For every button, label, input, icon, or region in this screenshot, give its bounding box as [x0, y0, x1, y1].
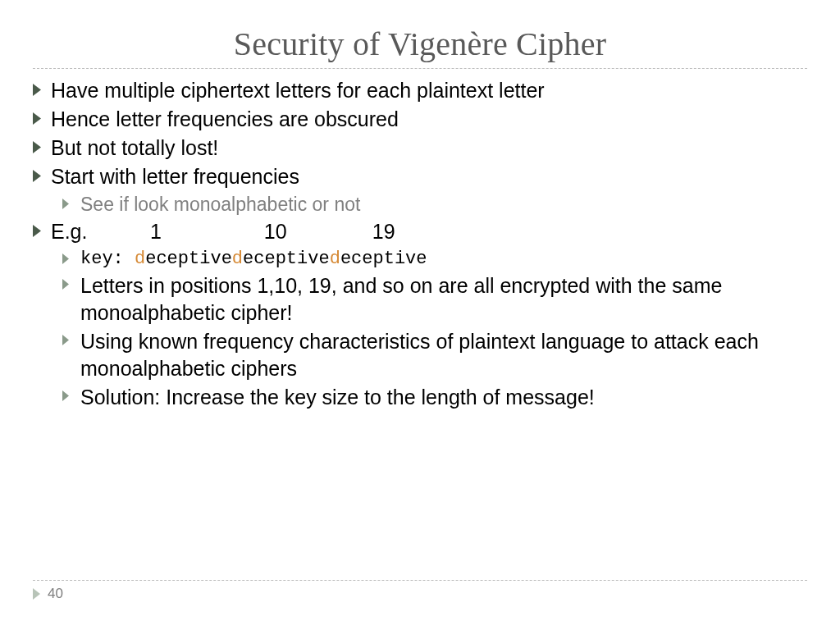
content-area: Have multiple ciphertext letters for eac…	[33, 77, 807, 411]
eg-prefix: E.g.	[51, 220, 87, 243]
divider-top	[33, 68, 807, 69]
divider-bottom	[33, 580, 807, 581]
bullet-text: Hence letter frequencies are obscured	[51, 106, 807, 133]
sub-bullet-item: Solution: Increase the key size to the l…	[62, 384, 807, 411]
sub-bullet-item: key: deceptivedeceptivedeceptive	[62, 247, 807, 271]
bullet-text: Using known frequency characteristics of…	[80, 328, 807, 382]
triangle-right-icon	[33, 77, 51, 96]
bullet-text: But not totally lost!	[51, 135, 807, 162]
bullet-item: Have multiple ciphertext letters for eac…	[33, 77, 807, 104]
sub-bullet-item: See if look monoalphabetic or not	[62, 192, 807, 217]
triangle-right-icon	[33, 588, 48, 600]
footer: 40	[33, 580, 807, 602]
bullet-text: Letters in positions 1,10, 19, and so on…	[80, 272, 807, 326]
eg-num-1: 1	[150, 220, 162, 243]
eg-num-10: 10	[264, 220, 287, 243]
triangle-right-icon	[62, 192, 80, 209]
sub-bullet-item: Letters in positions 1,10, 19, and so on…	[62, 272, 807, 326]
bullet-item: But not totally lost!	[33, 135, 807, 162]
bullet-item: Start with letter frequencies	[33, 163, 807, 190]
key-line: key: deceptivedeceptivedeceptive	[80, 247, 807, 271]
bullet-text: See if look monoalphabetic or not	[80, 192, 807, 217]
key-d-3: d	[330, 249, 340, 269]
key-seg-3: eceptive	[340, 249, 427, 269]
slide-title: Security of Vigenère Cipher	[33, 25, 807, 63]
triangle-right-icon	[62, 247, 80, 264]
triangle-right-icon	[33, 106, 51, 125]
key-d-1: d	[135, 249, 145, 269]
eg-num-19: 19	[372, 220, 395, 243]
bullet-text: Solution: Increase the key size to the l…	[80, 384, 807, 411]
triangle-right-icon	[33, 218, 51, 237]
triangle-right-icon	[33, 163, 51, 182]
key-seg-1: eceptive	[145, 249, 232, 269]
triangle-right-icon	[62, 272, 80, 290]
triangle-right-icon	[62, 328, 80, 345]
slide: Security of Vigenère Cipher Have multipl…	[0, 0, 840, 630]
key-seg-2: eceptive	[243, 249, 330, 269]
footer-row: 40	[33, 586, 807, 602]
sub-bullet-item: Using known frequency characteristics of…	[62, 328, 807, 382]
key-label: key:	[80, 249, 135, 269]
bullet-item: Hence letter frequencies are obscured	[33, 106, 807, 133]
bullet-text: Start with letter frequencies	[51, 163, 807, 190]
page-number: 40	[48, 586, 63, 602]
bullet-text-eg: E.g. 1 10 19	[51, 218, 807, 245]
triangle-right-icon	[62, 384, 80, 401]
bullet-text: Have multiple ciphertext letters for eac…	[51, 77, 807, 104]
triangle-right-icon	[33, 135, 51, 153]
bullet-item: E.g. 1 10 19	[33, 218, 807, 245]
key-d-2: d	[232, 249, 243, 269]
